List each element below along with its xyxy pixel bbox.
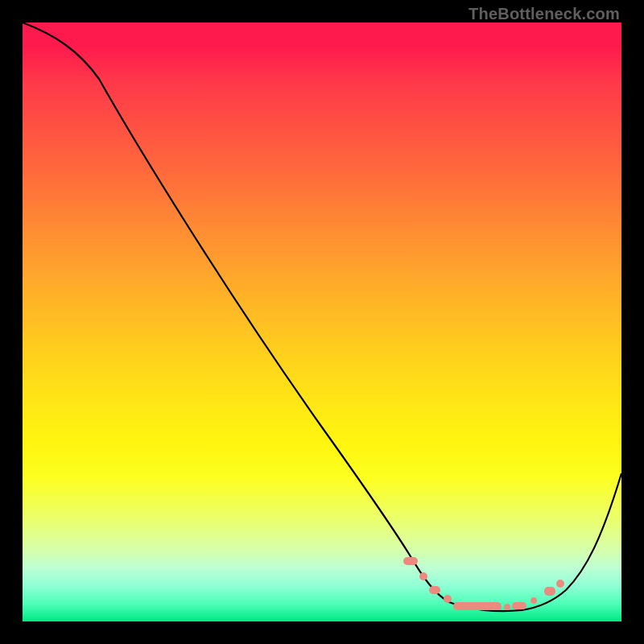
marker-pill <box>429 586 440 594</box>
marker-dot <box>419 572 427 580</box>
chart-svg <box>23 23 621 621</box>
bottleneck-curve <box>23 23 621 611</box>
marker-dot <box>556 580 564 588</box>
marker-pill <box>403 557 418 565</box>
chart-frame: TheBottleneck.com <box>0 0 644 644</box>
optimal-zone-markers <box>403 557 564 610</box>
marker-dot <box>444 595 452 603</box>
marker-dot <box>504 604 510 610</box>
marker-pill <box>512 602 526 609</box>
marker-pill <box>544 587 555 596</box>
attribution-label: TheBottleneck.com <box>469 5 620 23</box>
marker-pill <box>453 602 502 610</box>
marker-dot <box>530 597 537 604</box>
